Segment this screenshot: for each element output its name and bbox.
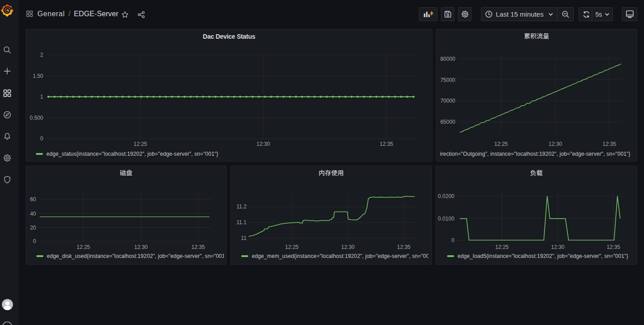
svg-text:12:35: 12:35: [380, 141, 393, 147]
svg-text:12:25: 12:25: [133, 141, 147, 147]
svg-text:12:25: 12:25: [285, 244, 299, 250]
svg-text:75000: 75000: [440, 77, 456, 83]
svg-text:0.0200: 0.0200: [438, 193, 454, 199]
svg-text:12:25: 12:25: [495, 244, 508, 250]
svg-text:0.0100: 0.0100: [438, 216, 454, 222]
svg-text:0: 0: [451, 237, 454, 244]
svg-text:80000: 80000: [440, 56, 456, 62]
svg-text:12:30: 12:30: [341, 244, 354, 250]
svg-text:0: 0: [40, 135, 43, 142]
svg-text:12:35: 12:35: [397, 244, 410, 250]
svg-text:60: 60: [30, 196, 36, 203]
svg-text:0: 0: [33, 238, 36, 244]
svg-text:70000: 70000: [440, 98, 456, 104]
svg-text:12:30: 12:30: [134, 244, 148, 250]
svg-text:12:30: 12:30: [549, 141, 562, 147]
svg-text:0.500: 0.500: [30, 115, 43, 121]
svg-text:11.1: 11.1: [236, 219, 247, 226]
svg-text:11: 11: [241, 235, 247, 241]
svg-text:12:30: 12:30: [256, 141, 270, 147]
svg-text:12:25: 12:25: [77, 244, 90, 250]
svg-text:20: 20: [30, 225, 36, 231]
svg-text:2: 2: [40, 52, 43, 58]
svg-text:1: 1: [40, 94, 43, 100]
svg-text:1.50: 1.50: [33, 73, 44, 79]
svg-text:12:35: 12:35: [191, 244, 205, 250]
svg-text:40: 40: [30, 211, 36, 217]
svg-text:12:35: 12:35: [607, 244, 620, 250]
svg-text:12:35: 12:35: [603, 141, 616, 147]
svg-text:65000: 65000: [440, 119, 456, 125]
svg-text:12:25: 12:25: [494, 141, 508, 147]
svg-text:11.2: 11.2: [236, 203, 247, 210]
svg-text:12:30: 12:30: [551, 244, 564, 250]
